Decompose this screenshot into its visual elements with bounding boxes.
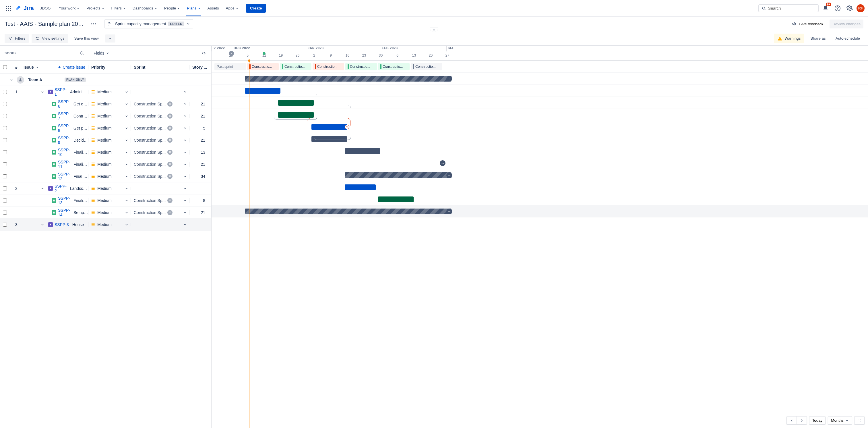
auto-schedule-button[interactable]: Auto-schedule xyxy=(832,34,863,43)
expand-icon[interactable] xyxy=(41,223,46,226)
sprint-cell[interactable]: Construction Sp...✕ xyxy=(131,210,189,215)
issue-key[interactable]: SSPP-10 xyxy=(58,148,70,157)
sprint-cell[interactable] xyxy=(131,223,189,226)
view-selector[interactable]: Sprint capacity management EDITED xyxy=(104,19,193,28)
nav-your-work[interactable]: Your work xyxy=(56,4,83,12)
gantt-bar[interactable] xyxy=(378,197,414,202)
row-checkbox[interactable] xyxy=(3,174,7,178)
clear-sprint-icon[interactable]: ✕ xyxy=(167,102,173,107)
plan-menu-icon[interactable] xyxy=(88,19,99,29)
release-marker-icon[interactable]: ✓ xyxy=(229,51,234,56)
view-settings-button[interactable]: View settings xyxy=(32,34,68,43)
sprint-pill[interactable]: Constructio... xyxy=(378,63,410,70)
sprint-cell[interactable]: Construction Sp...✕ xyxy=(131,138,189,143)
prev-button[interactable] xyxy=(787,417,797,424)
warnings-button[interactable]: Warnings xyxy=(774,34,804,44)
issue-row[interactable]: SSPP-7Contract builder☰MediumConstructio… xyxy=(0,110,211,122)
user-avatar[interactable]: RF xyxy=(857,4,865,12)
issue-row[interactable]: SSPP-9Decide on lay...☰MediumConstructio… xyxy=(0,134,211,146)
gantt-bar[interactable] xyxy=(278,112,314,118)
review-changes-button[interactable]: Review changes xyxy=(830,20,863,28)
issue-row[interactable]: SSPP-11Finalize budget☰MediumConstructio… xyxy=(0,158,211,170)
sprint-cell[interactable]: Construction Sp...✕ xyxy=(131,125,189,131)
priority-cell[interactable]: ☰Medium xyxy=(88,150,131,154)
priority-cell[interactable]: ☰Medium xyxy=(88,138,131,142)
priority-cell[interactable]: ☰Medium xyxy=(88,102,131,106)
clear-sprint-icon[interactable]: ✕ xyxy=(167,125,173,131)
search-icon[interactable] xyxy=(80,51,84,55)
issue-key[interactable]: SSPP-9 xyxy=(58,136,70,145)
priority-cell[interactable]: ☰Medium xyxy=(88,186,131,191)
expand-icon[interactable] xyxy=(41,90,46,94)
row-checkbox[interactable] xyxy=(3,90,7,94)
priority-cell[interactable]: ☰Medium xyxy=(88,222,131,227)
settings-icon[interactable] xyxy=(844,3,855,13)
help-icon[interactable] xyxy=(832,3,843,13)
search-input[interactable] xyxy=(768,6,815,11)
sprint-cell[interactable] xyxy=(131,187,189,190)
row-checkbox[interactable] xyxy=(3,223,7,227)
offscreen-arrow-icon[interactable]: → xyxy=(440,160,445,166)
gantt-bar[interactable] xyxy=(245,76,452,82)
dependency-link-icon[interactable]: ⚲ xyxy=(345,125,349,129)
issue-key[interactable]: SSPP-12 xyxy=(58,172,70,181)
clear-sprint-icon[interactable]: ✕ xyxy=(167,198,173,203)
clear-sprint-icon[interactable]: ✕ xyxy=(167,174,173,179)
issue-key[interactable]: SSPP-13 xyxy=(58,196,70,205)
offscreen-arrow-icon[interactable]: → xyxy=(446,76,452,82)
save-view-button[interactable]: Save this view xyxy=(71,34,102,43)
workspace-name[interactable]: JDOG xyxy=(37,4,54,12)
issue-row[interactable]: SSPP-12Final complia...☰MediumConstructi… xyxy=(0,170,211,182)
priority-cell[interactable]: ☰Medium xyxy=(88,162,131,167)
sprint-cell[interactable]: Construction Sp...✕ xyxy=(131,150,189,155)
clear-sprint-icon[interactable]: ✕ xyxy=(167,150,173,155)
sprint-pill[interactable]: Past sprint xyxy=(214,63,246,70)
gantt-bar[interactable] xyxy=(311,124,347,130)
create-issue-button[interactable]: Create issue xyxy=(57,65,88,69)
row-checkbox[interactable] xyxy=(3,162,7,166)
sprint-pill[interactable]: Constructio... xyxy=(411,63,442,70)
sprint-cell[interactable] xyxy=(131,90,189,94)
issue-key[interactable]: SSPP-1 xyxy=(55,87,67,96)
offscreen-arrow-icon[interactable]: → xyxy=(446,208,452,214)
sprint-pill[interactable]: Constructio... xyxy=(280,63,311,70)
issue-row[interactable]: SSPP-6Get developm...☰MediumConstruction… xyxy=(0,98,211,110)
nav-apps[interactable]: Apps xyxy=(223,4,241,12)
priority-cell[interactable]: ☰Medium xyxy=(88,126,131,131)
gantt-bar[interactable] xyxy=(345,172,452,178)
row-checkbox[interactable] xyxy=(3,138,7,142)
sprint-cell[interactable]: Construction Sp...✕ xyxy=(131,198,189,203)
gantt-bar[interactable] xyxy=(245,208,452,214)
row-checkbox[interactable] xyxy=(3,150,7,154)
issue-row[interactable]: SSPP-10Finalize archi...☰MediumConstruct… xyxy=(0,146,211,158)
issue-key[interactable]: SSPP-3 xyxy=(55,222,69,227)
sprint-cell[interactable]: Construction Sp...✕ xyxy=(131,113,189,119)
filters-button[interactable]: Filters xyxy=(5,34,29,43)
priority-cell[interactable]: ☰Medium xyxy=(88,174,131,179)
issue-row[interactable]: 3SSPP-3House☰Medium xyxy=(0,219,211,231)
clear-sprint-icon[interactable]: ✕ xyxy=(167,113,173,119)
jira-logo[interactable]: Jira xyxy=(15,5,34,12)
nav-projects[interactable]: Projects xyxy=(84,4,107,12)
milestone-marker-icon[interactable] xyxy=(262,52,266,55)
issue-key[interactable]: SSPP-6 xyxy=(58,99,70,109)
issue-row[interactable]: SSPP-13Finalize gard...☰MediumConstructi… xyxy=(0,195,211,206)
sprint-cell[interactable]: Construction Sp...✕ xyxy=(131,162,189,167)
priority-cell[interactable]: ☰Medium xyxy=(88,114,131,118)
select-all-checkbox[interactable] xyxy=(3,65,7,69)
gantt-bar[interactable] xyxy=(278,100,314,106)
nav-dashboards[interactable]: Dashboards xyxy=(130,4,160,12)
share-as-button[interactable]: Share as xyxy=(807,34,829,43)
sprint-cell[interactable]: Construction Sp...✕ xyxy=(131,174,189,179)
issue-key[interactable]: SSPP-11 xyxy=(58,160,70,169)
sprint-pill[interactable]: Constructio... xyxy=(247,63,279,70)
fullscreen-button[interactable] xyxy=(854,416,865,425)
issue-key[interactable]: SSPP-14 xyxy=(58,208,70,217)
row-checkbox[interactable] xyxy=(3,187,7,191)
app-switcher-icon[interactable] xyxy=(3,3,14,13)
gantt-bar[interactable] xyxy=(345,184,376,190)
expand-team-icon[interactable] xyxy=(10,78,16,82)
give-feedback-button[interactable]: Give feedback xyxy=(789,19,826,29)
create-button[interactable]: Create xyxy=(246,4,266,12)
clear-sprint-icon[interactable]: ✕ xyxy=(167,210,173,215)
